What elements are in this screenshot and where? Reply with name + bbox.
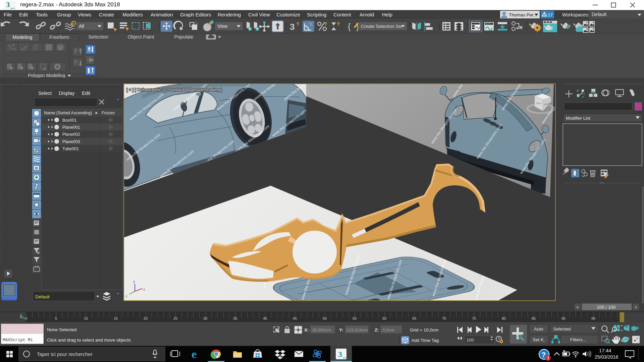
svg-text:Box001: Box001 <box>62 118 76 123</box>
svg-text:Y:: Y: <box>339 327 343 333</box>
svg-text:e: e <box>192 348 197 360</box>
svg-text:View: View <box>217 23 228 29</box>
svg-text:Plane001: Plane001 <box>62 125 80 130</box>
svg-text:100: 100 <box>467 338 474 343</box>
svg-text:Click and drag to select and m: Click and drag to select and move object… <box>47 338 131 343</box>
svg-text:MAXScript Mi: MAXScript Mi <box>3 338 33 343</box>
svg-text:Taper ici pour rechercher: Taper ici pour rechercher <box>37 351 93 357</box>
svg-text:Modifier List: Modifier List <box>566 116 590 121</box>
svg-text:X:: X: <box>304 327 309 333</box>
svg-text:3: 3 <box>338 350 342 359</box>
svg-text:x: x <box>143 287 145 291</box>
svg-text:»: » <box>117 97 119 102</box>
svg-text:Thomas Per...: Thomas Per... <box>509 12 537 17</box>
svg-text:3: 3 <box>290 22 294 32</box>
svg-text:None Selected: None Selected <box>47 327 77 332</box>
svg-text:z: z <box>133 280 135 284</box>
svg-text:0,0cm: 0,0cm <box>382 327 394 333</box>
svg-text:Filters...: Filters... <box>570 337 586 342</box>
svg-text:Frozen: Frozen <box>102 111 115 115</box>
svg-text:Plane003: Plane003 <box>62 139 80 144</box>
svg-text:MAX: MAX <box>10 7 15 9</box>
svg-text:MAX: MAX <box>343 357 348 359</box>
svg-text:25/03/2018: 25/03/2018 <box>595 354 618 360</box>
svg-text:All: All <box>79 23 84 29</box>
svg-text:>: > <box>635 305 637 310</box>
svg-text:17:44: 17:44 <box>599 348 611 353</box>
svg-text:Polygon Modeling: Polygon Modeling <box>28 73 65 78</box>
svg-text:Set K.: Set K. <box>533 337 545 342</box>
svg-text:Selected: Selected <box>553 326 571 331</box>
svg-text:Name (Sorted Ascending): Name (Sorted Ascending) <box>44 111 92 115</box>
svg-text:y: y <box>125 294 127 298</box>
svg-text:Edit: Edit <box>82 90 90 96</box>
svg-text:[ + ] [ Orthographic ] [ Stand: [ + ] [ Orthographic ] [ Standard ] [ De… <box>126 87 222 92</box>
svg-text:Create Selection Set: Create Selection Set <box>361 24 402 29</box>
svg-text:Plane002: Plane002 <box>62 132 80 137</box>
svg-text:Add Time Tag: Add Time Tag <box>411 338 439 343</box>
svg-text:Select: Select <box>38 90 52 96</box>
svg-text:Default: Default <box>35 294 50 299</box>
svg-text:Auto: Auto <box>534 326 543 331</box>
svg-text:38,663cm: 38,663cm <box>312 327 331 333</box>
svg-text:<: < <box>576 305 579 310</box>
svg-text:3: 3 <box>6 1 10 8</box>
svg-text:{: { <box>348 22 351 31</box>
svg-text:Grid = 10,0cm: Grid = 10,0cm <box>410 327 438 333</box>
svg-text:17: 17 <box>548 12 553 17</box>
svg-text:Z:: Z: <box>375 327 379 333</box>
svg-text:Display: Display <box>59 90 75 96</box>
svg-text:Tube001: Tube001 <box>62 146 79 151</box>
svg-text:?: ? <box>541 351 546 359</box>
svg-text:103,034cm: 103,034cm <box>346 327 368 333</box>
svg-text:100 / 100: 100 / 100 <box>597 305 615 310</box>
svg-text:»: » <box>117 291 119 296</box>
